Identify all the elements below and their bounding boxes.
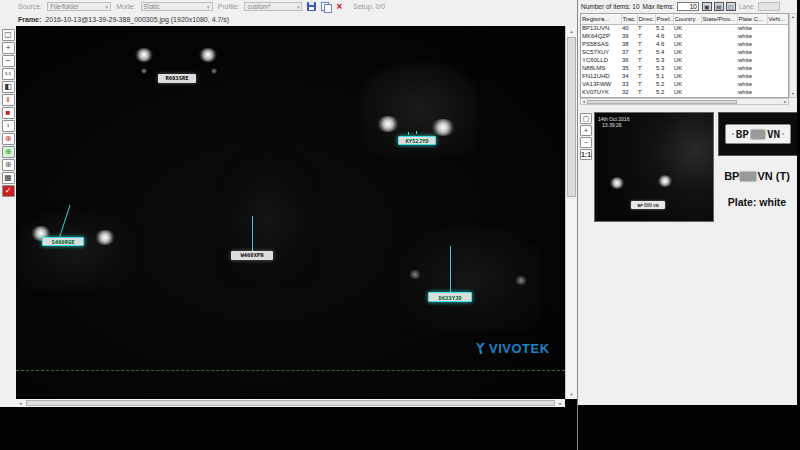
target-red-icon[interactable]: ⊕ — [2, 133, 15, 145]
column-header[interactable]: Vehi... — [767, 14, 788, 24]
timestamp-time: 13:39:26 — [598, 122, 629, 128]
scroll-right-icon[interactable]: ► — [556, 401, 565, 406]
table-cell — [767, 24, 788, 32]
mode-dropdown[interactable]: Static ▾ — [141, 2, 213, 11]
table-row[interactable]: MK64QZP39T4.6UKwhite — [581, 32, 788, 40]
table-cell — [767, 32, 788, 40]
table-row[interactable]: VA13FWW33T5.2UKwhite — [581, 80, 788, 88]
column-header[interactable]: Pixel... — [655, 14, 673, 24]
table-cell: 4.6 — [655, 40, 673, 48]
save-profile-icon[interactable] — [307, 2, 316, 11]
pause-icon[interactable]: ‖ — [2, 94, 15, 106]
fullscreen-icon[interactable]: ▢ — [580, 113, 592, 124]
detected-plate-overlay[interactable]: D633YJD — [428, 292, 472, 302]
display-dual-icon[interactable]: ◫ — [726, 2, 736, 11]
column-header[interactable]: Plate C... — [737, 14, 767, 24]
zoom-in-icon[interactable]: + — [580, 125, 592, 136]
scroll-left-icon[interactable]: ◄ — [581, 100, 586, 104]
column-header[interactable]: Direc... — [637, 14, 655, 24]
table-cell — [767, 80, 788, 88]
video-horizontal-scrollbar[interactable]: ◄ ► — [16, 399, 565, 407]
column-header[interactable]: State/Prov... — [701, 14, 737, 24]
table-cell: SC57XUY — [581, 48, 621, 56]
detected-plate-overlay[interactable]: KY52JYD — [398, 136, 436, 145]
copy-profile-icon[interactable] — [321, 2, 331, 12]
actual-size-icon[interactable]: 1:1 — [580, 149, 592, 160]
source-dropdown[interactable]: File/folder ▾ — [47, 2, 111, 11]
table-cell: UK — [673, 48, 701, 56]
video-canvas[interactable]: R603SRE KY52JYD S400RGE W460XFN D633YJD — [16, 26, 565, 399]
table-cell: T — [637, 32, 655, 40]
plate-redaction-box — [644, 203, 652, 207]
target-green-icon[interactable]: ⊕ — [2, 146, 15, 158]
capture-icon[interactable]: ✓ — [2, 185, 15, 197]
video-vertical-scrollbar[interactable]: ▲ ▼ — [565, 26, 577, 399]
table-cell — [767, 56, 788, 64]
table-cell: white — [737, 24, 767, 32]
column-header[interactable]: Registra... — [581, 14, 621, 24]
grid-icon[interactable]: ▦ — [2, 172, 15, 184]
table-row[interactable]: PS58SAS38T4.6UKwhite — [581, 40, 788, 48]
zoom-in-icon[interactable]: + — [2, 42, 15, 54]
vivotek-logo-icon — [474, 342, 487, 355]
table-row[interactable]: YC60LLD36T5.3UKwhite — [581, 56, 788, 64]
actual-size-icon[interactable]: 1:1 — [2, 68, 15, 80]
scroll-down-icon[interactable]: ▼ — [791, 92, 794, 96]
scroll-right-icon[interactable]: ► — [783, 100, 788, 104]
vehicle-thumbnail[interactable]: 14th Oct 2016 13:39:26 BP VN — [594, 112, 714, 222]
table-row[interactable]: SC57XUY37T5.4UKwhite — [581, 48, 788, 56]
scroll-down-icon[interactable]: ▼ — [566, 389, 577, 399]
scrollbar-thumb[interactable] — [587, 100, 737, 104]
table-cell: white — [737, 88, 767, 96]
table-cell — [701, 40, 737, 48]
frame-step-icon[interactable]: 1 — [2, 120, 15, 132]
source-toolbar: Source: File/folder ▾ Mode: Static ▾ Pro… — [0, 0, 577, 13]
table-horizontal-scrollbar[interactable]: ◄ ► — [580, 98, 789, 105]
max-items-input[interactable] — [677, 2, 699, 11]
profile-dropdown[interactable]: custom* ▾ — [244, 2, 302, 11]
table-row[interactable]: BP13UVN40T5.2UKwhite — [581, 24, 788, 32]
column-header[interactable]: Country — [673, 14, 701, 24]
detected-plate-overlay[interactable]: R603SRE — [158, 74, 196, 83]
headlight-glow — [140, 68, 148, 74]
zoom-out-icon[interactable]: − — [580, 137, 592, 148]
scroll-left-icon[interactable]: ◄ — [16, 401, 25, 406]
lane-dropdown[interactable] — [758, 2, 780, 11]
scroll-up-icon[interactable]: ▲ — [791, 15, 794, 19]
fit-window-icon[interactable]: ◧ — [2, 81, 15, 93]
table-cell: white — [737, 72, 767, 80]
table-cell: T — [637, 40, 655, 48]
recognized-registration: BP VN (T) — [712, 170, 800, 182]
detected-plate-overlay[interactable]: S400RGE — [42, 237, 84, 246]
scrollbar-thumb[interactable] — [26, 400, 555, 406]
frame-label: Frame: — [18, 16, 41, 23]
source-value: File/folder — [50, 3, 79, 10]
plate-bolt — [782, 133, 784, 135]
table-cell: T — [637, 56, 655, 64]
column-header[interactable]: Trac... — [621, 14, 637, 24]
table-cell — [767, 64, 788, 72]
plate-track-line — [252, 216, 253, 252]
table-row[interactable]: N88LMS35T5.3UKwhite — [581, 64, 788, 72]
table-cell: 5.1 — [655, 72, 673, 80]
detected-plate-overlay[interactable]: W460XFN — [231, 251, 273, 260]
delete-profile-icon[interactable]: × — [336, 2, 342, 12]
table-vertical-scrollbar[interactable]: ▲ ▼ — [789, 13, 797, 98]
table-cell: 5.3 — [655, 64, 673, 72]
display-image-icon[interactable]: ▤ — [714, 2, 724, 11]
table-row[interactable]: KV07UYK32T5.2UKwhite — [581, 88, 788, 96]
table-row[interactable]: FN12UHD34T5.1UKwhite — [581, 72, 788, 80]
zoom-out-icon[interactable]: − — [2, 55, 15, 67]
scroll-up-icon[interactable]: ▲ — [566, 26, 577, 36]
table-cell: UK — [673, 80, 701, 88]
table-cell — [767, 88, 788, 96]
target-gray-icon[interactable]: ⊕ — [2, 159, 15, 171]
items-count-label: Number of items: 10 — [581, 3, 640, 10]
plate-track-line — [450, 246, 451, 292]
table-cell: white — [737, 40, 767, 48]
table-cell: MK64QZP — [581, 32, 621, 40]
stop-icon[interactable]: ■ — [2, 107, 15, 119]
display-live-icon[interactable]: ▣ — [702, 2, 712, 11]
scrollbar-thumb[interactable] — [567, 37, 576, 197]
fullscreen-icon[interactable]: ▢ — [2, 29, 15, 41]
